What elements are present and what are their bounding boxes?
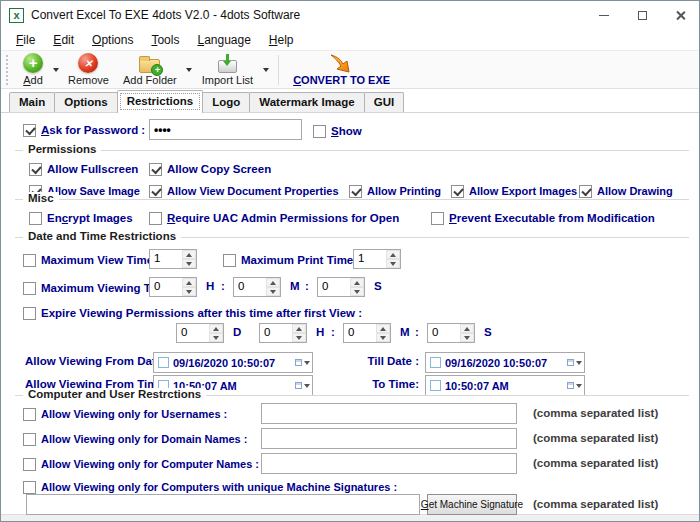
tab-gui[interactable]: GUI [364,92,404,112]
checkbox-box[interactable] [23,458,36,471]
allow-drawing-checkbox[interactable]: Allow Drawing [579,183,673,199]
spinner-value[interactable]: 0 [234,278,266,296]
menu-tools[interactable]: Tools [142,31,188,49]
allow-export-images-checkbox[interactable]: Allow Export Images [451,183,577,199]
computer-names-input[interactable] [261,453,517,474]
allow-copy-screen-checkbox[interactable]: Allow Copy Screen [149,161,271,177]
allow-printing-checkbox[interactable]: Allow Printing [349,183,441,199]
machine-signatures-input[interactable] [26,494,420,515]
add-folder-button[interactable]: Add Folder [116,51,184,88]
menu-help[interactable]: Help [260,31,303,49]
require-uac-admin-checkbox[interactable]: Require UAC Admin Permissions for Open [149,210,399,226]
checkbox-box[interactable] [431,212,444,225]
tab-options[interactable]: Options [54,92,117,112]
add-folder-dropdown-button[interactable] [184,55,195,85]
spinner-value[interactable]: 0 [344,324,376,342]
spinner-value[interactable]: 0 [177,324,209,342]
spinner-value[interactable]: 0 [260,324,292,342]
checkbox-box[interactable] [349,185,362,198]
time-dropdown-button[interactable] [564,376,584,395]
maximum-view-times-checkbox[interactable]: Maximum View Times : [23,252,166,268]
spinner-value[interactable]: 0 [428,324,460,342]
allow-fullscreen-checkbox[interactable]: Allow Fullscreen [29,161,138,177]
checkbox-box[interactable] [23,282,36,295]
spin-down-icon[interactable] [350,287,364,296]
spin-down-icon[interactable] [266,287,280,296]
spin-up-icon[interactable] [292,324,306,333]
allow-domain-names-checkbox[interactable]: Allow Viewing only for Domain Names : [23,431,247,447]
allow-usernames-checkbox[interactable]: Allow Viewing only for Usernames : [23,406,227,422]
expire-viewing-permissions-checkbox[interactable]: Expire Viewing Permissions after this ti… [23,305,362,321]
spinner-value[interactable]: 1 [354,250,386,268]
tab-restrictions[interactable]: Restrictions [117,90,203,113]
allow-machine-signatures-checkbox[interactable]: Allow Viewing only for Computers with un… [23,479,397,495]
checkbox-box[interactable] [149,185,162,198]
spin-up-icon[interactable] [209,324,223,333]
viewing-time-seconds-spinner[interactable]: 0 [317,277,365,297]
import-list-dropdown-button[interactable] [260,55,271,85]
checkbox-box[interactable] [313,125,326,138]
calendar-dropdown-button[interactable] [564,353,584,372]
spinner-value[interactable]: 0 [150,278,182,296]
spin-down-icon[interactable] [460,333,474,342]
remove-button[interactable]: Remove [61,51,116,88]
maximize-button[interactable] [623,1,661,29]
spin-up-icon[interactable] [182,278,196,287]
checkbox-box[interactable] [579,185,592,198]
spin-down-icon[interactable] [292,333,306,342]
show-password-checkbox[interactable]: Show [313,123,362,139]
time-dropdown-button[interactable] [292,376,312,395]
minimize-button[interactable] [585,1,623,29]
checkbox-box[interactable] [23,124,36,137]
date-enable-checkbox[interactable] [430,357,441,368]
checkbox-box[interactable] [29,163,42,176]
tab-watermark-image[interactable]: Watermark Image [249,92,364,112]
spin-up-icon[interactable] [266,278,280,287]
close-button[interactable] [661,1,699,29]
prevent-executable-modification-checkbox[interactable]: Prevent Executable from Modification [431,210,655,226]
menu-file[interactable]: File [7,31,44,49]
spinner-value[interactable]: 1 [150,250,182,268]
spinner-value[interactable]: 0 [318,278,350,296]
viewing-time-minutes-spinner[interactable]: 0 [233,277,281,297]
usernames-input[interactable] [261,403,517,424]
calendar-dropdown-button[interactable] [292,353,312,372]
maximum-print-times-checkbox[interactable]: Maximum Print Times : [223,252,367,268]
expire-days-spinner[interactable]: 0 [176,323,224,343]
password-input[interactable] [149,119,302,140]
domain-names-input[interactable] [261,428,517,449]
add-dropdown-button[interactable] [50,55,61,85]
checkbox-box[interactable] [23,307,36,320]
checkbox-box[interactable] [451,185,464,198]
allow-computer-names-checkbox[interactable]: Allow Viewing only for Computer Names : [23,456,259,472]
spin-down-icon[interactable] [376,333,390,342]
spin-up-icon[interactable] [460,324,474,333]
checkbox-box[interactable] [23,433,36,446]
spin-down-icon[interactable] [182,287,196,296]
viewing-time-hours-spinner[interactable]: 0 [149,277,197,297]
checkbox-box[interactable] [23,481,36,494]
import-list-button[interactable]: Import List [195,51,260,88]
date-enable-checkbox[interactable] [158,357,169,368]
allow-view-document-properties-checkbox[interactable]: Allow View Document Properties [149,183,339,199]
spin-up-icon[interactable] [376,324,390,333]
from-date-picker[interactable]: 09/16/2020 10:50:07 [153,352,313,373]
checkbox-box[interactable] [223,254,236,267]
checkbox-box[interactable] [149,163,162,176]
to-time-picker[interactable]: 10:50:07 AM [425,375,585,396]
expire-minutes-spinner[interactable]: 0 [343,323,391,343]
add-button[interactable]: Add [16,51,50,88]
tab-logo[interactable]: Logo [202,92,250,112]
encrypt-images-checkbox[interactable]: Encrypt Images [29,210,133,226]
expire-seconds-spinner[interactable]: 0 [427,323,475,343]
expire-hours-spinner[interactable]: 0 [259,323,307,343]
menu-options[interactable]: Options [83,31,142,49]
spin-down-icon[interactable] [386,259,400,268]
spin-up-icon[interactable] [386,250,400,259]
spin-down-icon[interactable] [209,333,223,342]
checkbox-box[interactable] [29,212,42,225]
spin-down-icon[interactable] [182,259,196,268]
spin-up-icon[interactable] [350,278,364,287]
spin-up-icon[interactable] [182,250,196,259]
convert-to-exe-button[interactable]: CONVERT TO EXE [286,51,397,88]
